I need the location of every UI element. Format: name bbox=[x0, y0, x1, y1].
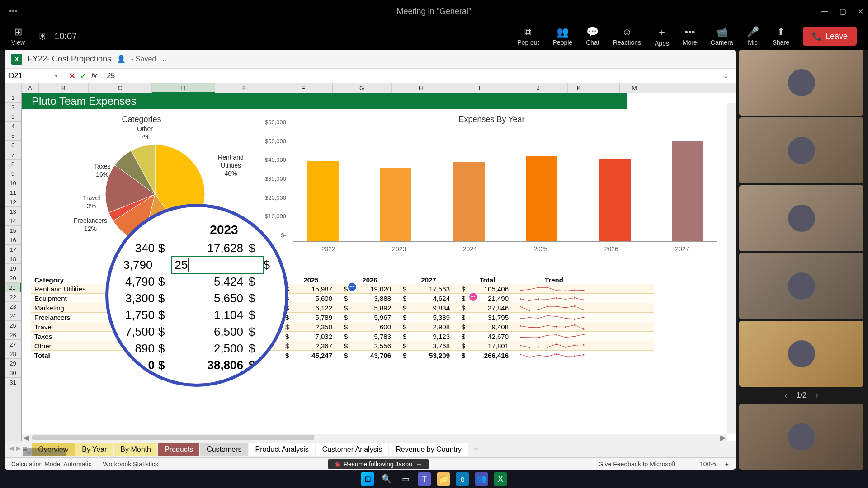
column-header-L[interactable]: L bbox=[590, 83, 620, 93]
row-header-7[interactable]: 7 bbox=[5, 150, 21, 160]
row-header-30[interactable]: 30 bbox=[5, 368, 21, 378]
expand-formula-icon[interactable]: ⌄ bbox=[716, 71, 736, 80]
row-header-31[interactable]: 31 bbox=[5, 378, 21, 387]
row-header-5[interactable]: 5 bbox=[5, 131, 21, 141]
row-header-22[interactable]: 22 bbox=[5, 292, 21, 302]
row-header-4[interactable]: 4 bbox=[5, 122, 21, 131]
row-header-9[interactable]: 9 bbox=[5, 169, 21, 178]
row-header-2[interactable]: 2 bbox=[5, 103, 21, 112]
horizontal-scrollbar[interactable]: ◀ ▶ bbox=[22, 434, 727, 441]
feedback-link[interactable]: Give Feedback to Microsoft bbox=[599, 460, 675, 468]
column-header-H[interactable]: H bbox=[392, 83, 450, 93]
row-header-26[interactable]: 26 bbox=[5, 330, 21, 340]
row-header-12[interactable]: 12 bbox=[5, 197, 21, 207]
excel-taskbar-icon[interactable]: X bbox=[494, 472, 507, 486]
start-button[interactable]: ⊞ bbox=[361, 472, 374, 486]
row-header-14[interactable]: 14 bbox=[5, 216, 21, 226]
column-header-D[interactable]: D bbox=[152, 83, 215, 93]
name-box[interactable]: D21 ▼ bbox=[5, 72, 63, 80]
row-header-23[interactable]: 23 bbox=[5, 302, 21, 311]
row-header-1[interactable]: 1 bbox=[5, 93, 21, 103]
edge-icon[interactable]: e bbox=[456, 472, 469, 486]
row-header-3[interactable]: 3 bbox=[5, 112, 21, 122]
row-header-24[interactable]: 24 bbox=[5, 311, 21, 321]
chevron-down-icon[interactable]: ⌄ bbox=[161, 55, 167, 63]
cancel-icon[interactable]: ✕ bbox=[69, 71, 75, 81]
row-header-6[interactable]: 6 bbox=[5, 141, 21, 150]
prev-page-icon[interactable]: ‹ bbox=[784, 391, 787, 400]
sheet-tab[interactable]: By Month bbox=[114, 443, 157, 456]
column-header-F[interactable]: F bbox=[274, 83, 333, 93]
sheet-tab[interactable]: Customer Analysis bbox=[316, 443, 389, 456]
column-header-J[interactable]: J bbox=[509, 83, 568, 93]
video-tile-3[interactable] bbox=[739, 185, 863, 251]
column-header-A[interactable]: A bbox=[22, 83, 39, 93]
chat-button[interactable]: 💬Chat bbox=[586, 26, 599, 46]
formula-input[interactable]: 25 bbox=[102, 72, 716, 80]
next-page-icon[interactable]: › bbox=[816, 391, 818, 400]
row-header-11[interactable]: 11 bbox=[5, 188, 21, 197]
view-button[interactable]: ⊞ View bbox=[11, 26, 25, 46]
minimize-icon[interactable]: — bbox=[821, 7, 828, 16]
column-header-C[interactable]: C bbox=[89, 83, 152, 93]
column-header-B[interactable]: B bbox=[39, 83, 89, 93]
row-header-16[interactable]: 16 bbox=[5, 235, 21, 245]
row-header-15[interactable]: 15 bbox=[5, 226, 21, 235]
video-tile-5[interactable] bbox=[739, 321, 863, 387]
column-header-E[interactable]: E bbox=[215, 83, 274, 93]
row-header-13[interactable]: 13 bbox=[5, 207, 21, 216]
spreadsheet-grid[interactable]: ABCDEFGHIJKLM 12345678910111213141516171… bbox=[5, 83, 736, 441]
explorer-icon[interactable]: 📁 bbox=[437, 472, 450, 486]
column-header-M[interactable]: M bbox=[620, 83, 649, 93]
video-tile-2[interactable] bbox=[739, 117, 863, 183]
cells-area[interactable]: Pluto Team Expenses Categories Rent and … bbox=[22, 93, 736, 441]
confirm-icon[interactable]: ✓ bbox=[80, 71, 87, 81]
row-header-20[interactable]: 20 bbox=[5, 273, 21, 283]
row-header-19[interactable]: 19 bbox=[5, 264, 21, 273]
zoom-in-icon[interactable]: + bbox=[725, 460, 729, 468]
row-header-28[interactable]: 28 bbox=[5, 349, 21, 359]
reactions-button[interactable]: ☺Reactions bbox=[613, 26, 641, 46]
mic-button[interactable]: 🎤Mic bbox=[747, 26, 759, 46]
maximize-icon[interactable]: ▢ bbox=[840, 7, 846, 16]
video-tile-1[interactable] bbox=[739, 50, 863, 116]
select-all-corner[interactable] bbox=[5, 83, 22, 93]
zoom-out-icon[interactable]: — bbox=[684, 460, 691, 468]
next-sheet-icon[interactable]: ▶ bbox=[16, 445, 21, 454]
vertical-scrollbar[interactable] bbox=[727, 103, 736, 434]
video-tile-4[interactable] bbox=[739, 253, 863, 319]
resume-following-button[interactable]: ◉ Resume following Jason → bbox=[328, 459, 429, 469]
column-header-G[interactable]: G bbox=[333, 83, 392, 93]
row-header-29[interactable]: 29 bbox=[5, 359, 21, 368]
apps-button[interactable]: ＋Apps bbox=[655, 25, 669, 47]
sheet-tab[interactable]: Customers bbox=[200, 443, 248, 456]
prev-sheet-icon[interactable]: ◀ bbox=[9, 445, 14, 454]
camera-button[interactable]: 📹Camera bbox=[711, 26, 733, 46]
teams-icon[interactable]: T bbox=[418, 472, 431, 486]
add-sheet-button[interactable]: + bbox=[469, 444, 483, 455]
row-header-27[interactable]: 27 bbox=[5, 340, 21, 349]
active-cell-input[interactable]: 25 bbox=[171, 256, 264, 274]
teams-app-icon[interactable]: 👥 bbox=[475, 472, 488, 486]
workbook-stats-label[interactable]: Workbook Statistics bbox=[103, 460, 158, 468]
people-button[interactable]: 👥People bbox=[553, 26, 573, 46]
popout-button[interactable]: ⧉Pop out bbox=[517, 26, 539, 46]
row-header-17[interactable]: 17 bbox=[5, 245, 21, 254]
column-header-K[interactable]: K bbox=[568, 83, 590, 93]
share-button[interactable]: ⬆Share bbox=[773, 26, 789, 46]
row-header-8[interactable]: 8 bbox=[5, 160, 21, 169]
sheet-tab[interactable]: By Year bbox=[75, 443, 113, 456]
more-menu-icon[interactable]: ••• bbox=[9, 7, 18, 16]
dropdown-icon[interactable]: ▼ bbox=[54, 73, 58, 78]
column-header-I[interactable]: I bbox=[450, 83, 509, 93]
sheet-tab[interactable]: Revenue by Country bbox=[389, 443, 468, 456]
sheet-tab[interactable]: Products bbox=[158, 443, 199, 456]
row-header-25[interactable]: 25 bbox=[5, 321, 21, 330]
coauthor-icon[interactable]: 👤 bbox=[117, 55, 126, 63]
more-button[interactable]: •••More bbox=[683, 26, 697, 46]
row-header-21[interactable]: 21 bbox=[5, 283, 21, 292]
row-header-18[interactable]: 18 bbox=[5, 254, 21, 264]
row-header-10[interactable]: 10 bbox=[5, 178, 21, 188]
video-tile-6[interactable] bbox=[739, 404, 863, 470]
sheet-tab[interactable]: Product Analysis bbox=[249, 443, 315, 456]
